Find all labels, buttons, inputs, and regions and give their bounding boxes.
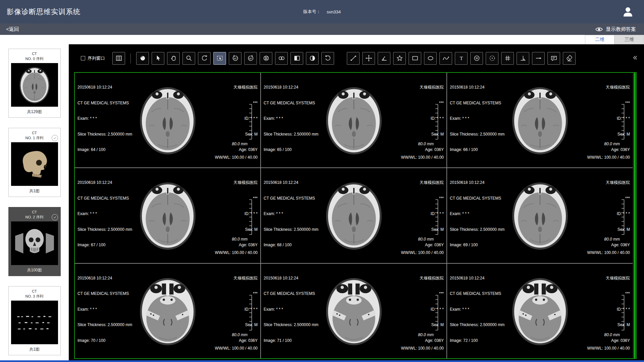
overlay-hospital: 天堰模拟医院 bbox=[233, 276, 258, 281]
overlay-exam: Exam: * * * bbox=[264, 116, 318, 121]
ct-image bbox=[318, 270, 389, 351]
tool-ellipse-preset[interactable] bbox=[136, 52, 149, 65]
overlay-system: CT GE MEDICAL SYSTEMS bbox=[77, 196, 132, 201]
zoom-icon bbox=[185, 54, 193, 62]
series-window-label: 序列窗口 bbox=[88, 55, 105, 61]
overlay-datetime: 20150618 10:12:24 bbox=[77, 276, 132, 281]
line-measure-icon bbox=[350, 54, 357, 62]
tool-pointer[interactable] bbox=[152, 52, 164, 65]
overlay-age: Age: 036Y bbox=[233, 338, 258, 344]
scale-label: 80.0 mm bbox=[418, 237, 434, 242]
dicom-overlay-top-left: 20150618 10:12:24 CT GE MEDICAL SYSTEMS … bbox=[77, 170, 132, 258]
tool-link-series[interactable] bbox=[275, 52, 288, 65]
overlay-stars: *** bbox=[420, 196, 444, 201]
tool-rotate-90-cw[interactable] bbox=[244, 52, 257, 65]
scale-label: 80.0 mm bbox=[604, 237, 620, 242]
tool-window-level[interactable] bbox=[306, 52, 319, 65]
tool-flip-horizontal[interactable] bbox=[260, 52, 272, 65]
scale-ruler bbox=[620, 104, 625, 140]
ct-image bbox=[132, 80, 203, 161]
viewport-cell-1[interactable]: 20150618 10:12:24 CT GE MEDICAL SYSTEMS … bbox=[261, 73, 446, 167]
scale-label: 80.0 mm bbox=[418, 142, 434, 147]
overlay-slice-thickness: Slice Thickness: 2.500000 mm bbox=[264, 322, 318, 328]
toolbar-separator bbox=[130, 53, 131, 63]
viewport-cell-0[interactable]: 20150618 10:12:24 CT GE MEDICAL SYSTEMS … bbox=[75, 73, 260, 167]
tool-zoom[interactable] bbox=[182, 52, 195, 65]
overlay-age: Age: 036Y bbox=[233, 147, 258, 153]
viewport-cell-8[interactable]: 20150618 10:12:24 CT GE MEDICAL SYSTEMS … bbox=[447, 264, 633, 358]
bottom-accent-bar bbox=[0, 360, 644, 362]
user-avatar-button[interactable] bbox=[621, 4, 635, 19]
viewport-cell-5[interactable]: 20150618 10:12:24 CT GE MEDICAL SYSTEMS … bbox=[447, 168, 633, 263]
perpendicular-icon bbox=[519, 54, 527, 62]
tool-series-layout[interactable] bbox=[112, 52, 125, 65]
series-card-3[interactable]: CT NO. 3 序列 共1图 bbox=[8, 286, 61, 355]
viewer-scrollbar-thumb[interactable] bbox=[634, 73, 636, 358]
overlay-wwwl: WW/WL: 100.00 / 40.00 bbox=[401, 250, 444, 256]
overlay-image-number: Image: 64 / 100 bbox=[77, 147, 132, 153]
series-layout-icon bbox=[115, 54, 123, 62]
tool-circle-equal[interactable] bbox=[470, 52, 483, 65]
tool-arrow-annotation[interactable] bbox=[532, 52, 545, 65]
page: 影像诊断思维实训系统 版本号： svn334 <返回 显示教师答案 二维 三维 … bbox=[0, 0, 644, 362]
tool-rect-roi[interactable] bbox=[409, 52, 421, 65]
tool-curve-measure[interactable] bbox=[439, 52, 452, 65]
tool-perpendicular-measure[interactable] bbox=[517, 52, 529, 65]
overlay-slice-thickness: Slice Thickness: 2.500000 mm bbox=[450, 227, 504, 232]
viewer-scrollbar[interactable] bbox=[633, 73, 636, 358]
invert-icon bbox=[293, 54, 301, 62]
scale-label: 80.0 mm bbox=[232, 237, 248, 242]
tool-circle-dashed[interactable] bbox=[486, 52, 498, 65]
series-modality: CT bbox=[11, 52, 58, 56]
tool-grid-overlay[interactable] bbox=[501, 52, 514, 65]
tool-line-measure[interactable] bbox=[347, 52, 360, 65]
series-card-1[interactable]: CT NO. 1 序列 共1图 bbox=[8, 128, 61, 197]
tab-3d[interactable]: 三维 bbox=[614, 35, 644, 44]
eraser-icon bbox=[566, 54, 573, 62]
series-window-checkbox[interactable] bbox=[81, 56, 85, 60]
tool-star-annotation[interactable] bbox=[393, 52, 406, 65]
toolbar-collapse-button[interactable] bbox=[630, 53, 640, 63]
overlay-datetime: 20150618 10:12:24 bbox=[264, 276, 318, 281]
tool-move-cross[interactable] bbox=[362, 52, 375, 65]
tool-invert[interactable] bbox=[290, 52, 303, 65]
text-icon bbox=[458, 54, 465, 62]
scale-label: 80.0 mm bbox=[604, 142, 620, 147]
scale-ruler bbox=[248, 104, 252, 140]
ellipse-preset-icon bbox=[139, 54, 147, 62]
viewport-cell-6[interactable]: 20150618 10:12:24 CT GE MEDICAL SYSTEMS … bbox=[75, 264, 260, 358]
series-name: NO. 2 序列 bbox=[11, 214, 58, 220]
show-teacher-answer-button[interactable]: 显示教师答案 bbox=[595, 26, 636, 33]
viewport-cell-7[interactable]: 20150618 10:12:24 CT GE MEDICAL SYSTEMS … bbox=[261, 264, 446, 358]
series-window-toggle[interactable]: 序列窗口 bbox=[81, 55, 105, 61]
overlay-hospital: 天堰模拟医院 bbox=[606, 85, 630, 90]
overlay-age: Age: 036Y bbox=[233, 243, 258, 248]
back-button[interactable]: <返回 bbox=[6, 26, 19, 33]
tool-angle-measure[interactable] bbox=[378, 52, 390, 65]
overlay-stars: *** bbox=[233, 291, 258, 297]
tool-pan[interactable] bbox=[167, 52, 180, 65]
overlay-wwwl: WW/WL: 100.00 / 40.00 bbox=[215, 250, 258, 256]
overlay-hospital: 天堰模拟医院 bbox=[420, 276, 444, 281]
series-name: NO. 1 序列 bbox=[11, 135, 58, 141]
rotate-icon bbox=[201, 54, 208, 62]
tool-ellipse-roi[interactable] bbox=[424, 52, 437, 65]
series-card-0[interactable]: CT NO. 0 序列 共129图 bbox=[8, 49, 61, 118]
tool-region-select[interactable] bbox=[213, 52, 226, 65]
tool-rotate[interactable] bbox=[198, 52, 211, 65]
series-card-2[interactable]: CT NO. 2 序列 共100图 bbox=[8, 207, 61, 276]
tool-comment-annotation[interactable] bbox=[547, 52, 560, 65]
tab-2d[interactable]: 二维 bbox=[585, 35, 614, 44]
viewport-cell-4[interactable]: 20150618 10:12:24 CT GE MEDICAL SYSTEMS … bbox=[261, 168, 446, 263]
overlay-exam: Exam: * * * bbox=[264, 307, 318, 312]
ct-image bbox=[132, 270, 203, 351]
viewport-cell-3[interactable]: 20150618 10:12:24 CT GE MEDICAL SYSTEMS … bbox=[75, 168, 260, 263]
viewport-cell-2[interactable]: 20150618 10:12:24 CT GE MEDICAL SYSTEMS … bbox=[447, 73, 633, 167]
overlay-hospital: 天堰模拟医院 bbox=[606, 276, 630, 281]
tool-text-annotation[interactable] bbox=[455, 52, 468, 65]
series-thumbnail bbox=[11, 301, 58, 344]
rotate-90-ccw-icon bbox=[231, 54, 239, 62]
tool-reset[interactable] bbox=[321, 52, 334, 65]
tool-eraser[interactable] bbox=[563, 52, 576, 65]
tool-rotate-90-ccw[interactable] bbox=[229, 52, 241, 65]
